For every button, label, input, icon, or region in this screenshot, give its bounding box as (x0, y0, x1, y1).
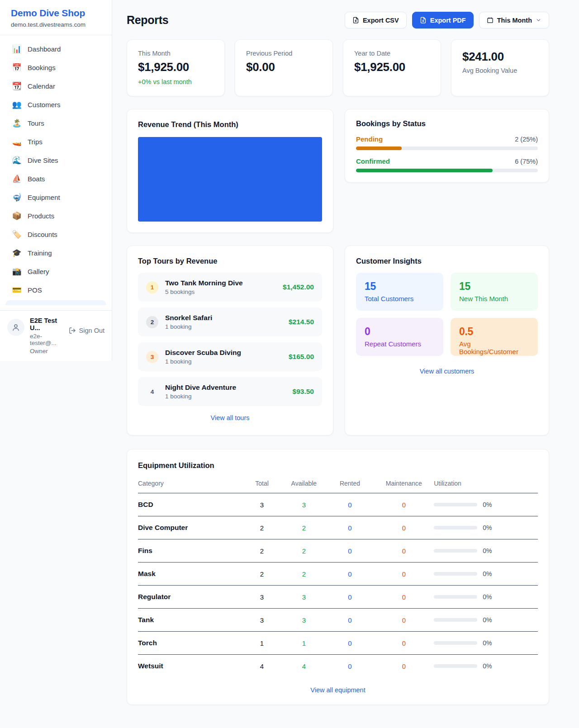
sidebar-item-pos[interactable]: 💳 POS (5, 281, 106, 299)
cell-maintenance: 0 (374, 493, 434, 516)
cell-rented: 0 (326, 563, 374, 586)
sidebar-item-label: Products (28, 212, 54, 220)
sidebar-item-reports-active-partial[interactable] (5, 300, 106, 305)
sidebar-item-calendar[interactable]: 📆 Calendar (5, 77, 106, 95)
cell-rented: 0 (326, 632, 374, 655)
file-download-icon (420, 17, 427, 24)
sidebar-item-tours[interactable]: 🏝️ Tours (5, 114, 106, 132)
view-all-customers-link[interactable]: View all customers (356, 368, 538, 375)
rank-badge: 1 (146, 281, 158, 293)
sidebar-item-label: Bookings (28, 64, 56, 71)
utilization-percent: 0% (483, 616, 492, 624)
sidebar-item-discounts[interactable]: 🏷️ Discounts (5, 225, 106, 244)
utilization-cell: 0% (434, 570, 538, 577)
page-title: Reports (127, 14, 168, 27)
utilization-cell: 0% (434, 593, 538, 600)
tour-revenue: $1,452.00 (283, 283, 314, 291)
tag-icon: 🏷️ (12, 230, 22, 239)
utilization-percent: 0% (483, 639, 492, 647)
tile-value: 15 (365, 280, 435, 293)
col-header-available: Available (282, 473, 326, 493)
cell-available: 2 (282, 563, 326, 586)
sidebar-item-bookings[interactable]: 📅 Bookings (5, 58, 106, 77)
tour-row: 2 Snorkel Safari 1 booking $214.50 (138, 307, 322, 336)
cell-total: 2 (242, 539, 282, 563)
camera-icon: 📸 (12, 267, 22, 276)
sidebar-nav: 📊 Dashboard 📅 Bookings 📆 Calendar 👥 Cust… (0, 35, 112, 310)
cell-total: 3 (242, 586, 282, 609)
sidebar-item-products[interactable]: 📦 Products (5, 207, 106, 225)
cell-maintenance: 0 (374, 655, 434, 678)
tour-rows: 1 Two Tank Morning Dive 5 bookings $1,45… (138, 273, 322, 406)
sign-out-button[interactable]: Sign Out (69, 327, 104, 334)
credit-card-icon: 💳 (12, 285, 22, 295)
sidebar-item-label: Calendar (28, 82, 55, 90)
sidebar-item-customers[interactable]: 👥 Customers (5, 95, 106, 114)
period-dropdown[interactable]: This Month (479, 12, 549, 28)
equipment-utilization-title: Equipment Utilization (138, 461, 538, 470)
customers-icon: 👥 (12, 100, 22, 109)
sign-out-label: Sign Out (79, 327, 104, 334)
stat-card-previous-period: Previous Period $0.00 (235, 39, 333, 96)
logout-icon (69, 327, 76, 334)
cell-maintenance: 0 (374, 586, 434, 609)
stat-change: +0% vs last month (138, 78, 214, 85)
top-tours-card: Top Tours by Revenue 1 Two Tank Morning … (127, 246, 333, 435)
cell-maintenance: 0 (374, 516, 434, 539)
stat-value: $0.00 (246, 60, 322, 74)
table-header-row: Category Total Available Rented Maintena… (138, 473, 538, 493)
stat-card-avg-booking-value: $241.00 Avg Booking Value (451, 39, 549, 96)
tile-new-this-month: 15 New This Month (451, 273, 538, 311)
tour-name: Snorkel Safari (165, 314, 282, 322)
cell-maintenance: 0 (374, 563, 434, 586)
tile-total-customers: 15 Total Customers (356, 273, 443, 311)
sidebar-item-label: Dive Sites (28, 156, 58, 164)
sidebar-item-boats[interactable]: ⛵ Boats (5, 170, 106, 188)
tour-revenue: $93.50 (293, 388, 314, 396)
cell-available: 1 (282, 632, 326, 655)
sidebar-item-dashboard[interactable]: 📊 Dashboard (5, 40, 106, 58)
rank-badge: 2 (146, 316, 158, 328)
stat-card-year-to-date: Year to Date $1,925.00 (343, 39, 441, 96)
revenue-trend-chart (138, 137, 322, 222)
stat-value: $1,925.00 (138, 60, 214, 74)
cell-available: 3 (282, 493, 326, 516)
stat-card-this-month: This Month $1,925.00 +0% vs last month (127, 39, 225, 96)
table-row: Tank 3 3 0 0 0% (138, 609, 538, 632)
stat-cards: This Month $1,925.00 +0% vs last month P… (127, 39, 549, 96)
brand-block: Demo Dive Shop demo.test.divestreams.com (0, 0, 112, 35)
tour-bookings: 5 bookings (165, 288, 276, 295)
charts-row: Revenue Trend (This Month) Bookings by S… (127, 109, 549, 233)
sidebar-item-equipment[interactable]: 🤿 Equipment (5, 188, 106, 207)
sidebar-item-gallery[interactable]: 📸 Gallery (5, 262, 106, 281)
sidebar-item-dive-sites[interactable]: 🌊 Dive Sites (5, 151, 106, 170)
sidebar-item-trips[interactable]: 🚤 Trips (5, 132, 106, 151)
sidebar-item-training[interactable]: 🎓 Training (5, 244, 106, 262)
utilization-percent: 0% (483, 662, 492, 670)
view-all-equipment-link[interactable]: View all equipment (138, 686, 538, 694)
stat-label: Year to Date (354, 50, 430, 57)
sidebar-item-label: Dashboard (28, 45, 61, 53)
sidebar-item-label: Trips (28, 138, 43, 146)
calendar-icon: 📆 (12, 81, 22, 91)
cell-available: 3 (282, 609, 326, 632)
export-csv-button[interactable]: Export CSV (345, 12, 407, 28)
page-header: Reports Export CSV (127, 12, 549, 28)
graduation-cap-icon: 🎓 (12, 248, 22, 258)
tile-label: Total Customers (365, 295, 435, 303)
rank-badge: 3 (146, 351, 158, 363)
tile-label: New This Month (459, 295, 529, 303)
view-all-tours-link[interactable]: View all tours (138, 414, 322, 421)
cell-category: Wetsuit (138, 655, 242, 678)
cell-category: Tank (138, 609, 242, 632)
stat-value: $241.00 (462, 50, 538, 64)
sidebar-item-label: Tours (28, 119, 44, 127)
utilization-cell: 0% (434, 639, 538, 647)
main-content: Reports Export CSV (112, 0, 579, 723)
export-pdf-button[interactable]: Export PDF (412, 12, 474, 28)
progress-fill-confirmed (356, 169, 493, 172)
cell-maintenance: 0 (374, 539, 434, 563)
cell-total: 4 (242, 655, 282, 678)
tile-label: Avg Bookings/Customer (459, 340, 529, 355)
col-header-utilization: Utilization (434, 473, 538, 493)
